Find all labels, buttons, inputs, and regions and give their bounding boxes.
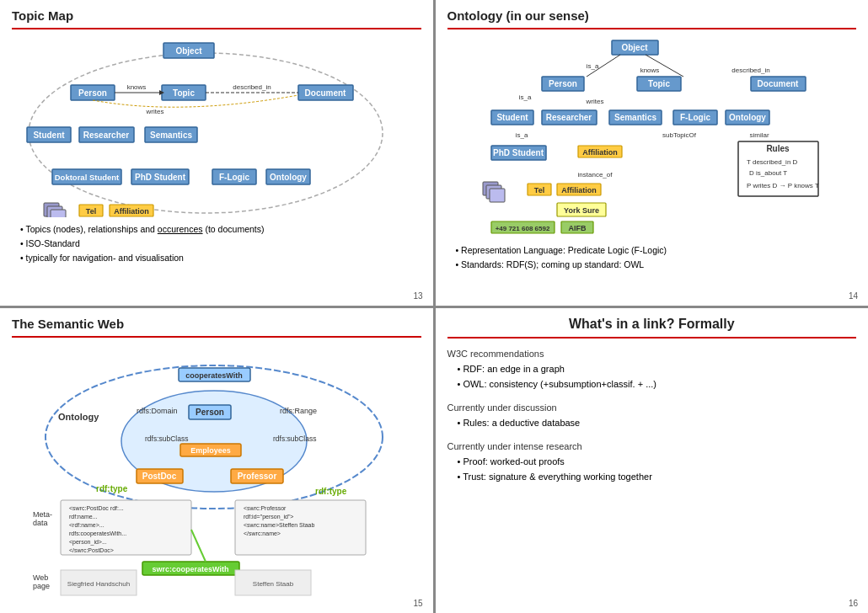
- svg-text:Document: Document: [305, 88, 347, 98]
- svg-text:PostDoc: PostDoc: [142, 472, 177, 481]
- w3c-bullet-1: RDF: an edge in a graph: [447, 361, 857, 377]
- slide-13-bullets: Topics (nodes), relationships and occure…: [12, 222, 421, 264]
- svg-text:is_a: is_a: [518, 93, 531, 101]
- svg-text:Topic: Topic: [648, 79, 670, 88]
- slide-16: What's in a link? Formally W3C recommend…: [436, 308, 869, 614]
- svg-rect-87: [490, 189, 505, 202]
- section-research: Currently under intense research Proof: …: [447, 441, 857, 485]
- section-w3c-bullets: RDF: an edge in a graph OWL: consistency…: [447, 361, 857, 392]
- svg-text:described_in: described_in: [731, 67, 769, 74]
- svg-text:T described_in D: T described_in D: [747, 158, 798, 166]
- svg-text:Web: Web: [33, 573, 48, 582]
- svg-text:is_a: is_a: [515, 131, 528, 139]
- svg-text:similar: similar: [749, 131, 769, 139]
- svg-text:+49 721 608 6592: +49 721 608 6592: [495, 225, 549, 232]
- slide-13-divider: [12, 28, 421, 29]
- svg-text:<swrc:PostDoc rdf:...: <swrc:PostDoc rdf:...: [69, 505, 124, 511]
- bullet-3: typically for navigation- and visualisat…: [12, 251, 421, 265]
- slide-grid: Topic Map Object Person Topic Document S…: [0, 0, 868, 613]
- slide-16-content: W3C recommendations RDF: an edge in a gr…: [447, 345, 857, 485]
- svg-text:<person_id>...: <person_id>...: [69, 539, 107, 546]
- svg-text:York Sure: York Sure: [564, 206, 599, 215]
- bullet-2: ISO-Standard: [12, 237, 421, 251]
- svg-text:Researcher: Researcher: [545, 113, 592, 122]
- section-discussion-bullets: Rules: a deductive database: [447, 415, 857, 431]
- svg-text:Topic: Topic: [173, 88, 195, 98]
- section-discussion-title: Currently under discussion: [447, 402, 857, 413]
- svg-text:PhD Student: PhD Student: [493, 148, 544, 157]
- section-research-bullets: Proof: worked-out proofs Trust: signatur…: [447, 454, 857, 485]
- svg-text:page: page: [33, 582, 50, 590]
- bullet-14-1: Representation Language: Predicate Logic…: [447, 243, 857, 258]
- svg-text:Professor: Professor: [238, 472, 277, 481]
- svg-text:Document: Document: [757, 79, 799, 88]
- svg-text:rdf:type: rdf:type: [315, 487, 347, 496]
- bullet-14-2: Standards: RDF(S); coming up standard: O…: [447, 258, 857, 272]
- slide-14-divider: [447, 28, 857, 29]
- section-w3c: W3C recommendations RDF: an edge in a gr…: [447, 349, 857, 392]
- svg-text:rdfs:Range: rdfs:Range: [280, 407, 317, 415]
- svg-text:knows: knows: [640, 67, 659, 74]
- svg-text:<swrc:name>Steffen Staab: <swrc:name>Steffen Staab: [244, 522, 314, 528]
- svg-text:</swrc:PostDoc>: </swrc:PostDoc>: [69, 547, 114, 553]
- slide-16-divider: [447, 337, 857, 338]
- svg-text:subTopicOf: subTopicOf: [662, 131, 696, 139]
- svg-text:swrc:cooperatesWith: swrc:cooperatesWith: [153, 565, 229, 573]
- svg-text:D is_about T: D is_about T: [749, 169, 787, 177]
- svg-text:Person: Person: [78, 88, 107, 98]
- ontology-diagram: Object is_a knows described_in Person To…: [447, 36, 835, 238]
- svg-text:Ontology: Ontology: [58, 412, 99, 422]
- svg-text:Affiliation: Affiliation: [582, 148, 618, 157]
- svg-text:data: data: [33, 519, 48, 527]
- slide-14-title: Ontology (in our sense): [447, 8, 857, 23]
- svg-text:Ontology: Ontology: [270, 173, 307, 182]
- svg-text:<swrc:Professor: <swrc:Professor: [244, 505, 287, 511]
- bullet-1: Topics (nodes), relationships and occure…: [12, 222, 421, 237]
- slide-15-divider: [12, 336, 421, 338]
- slide-16-number: 16: [849, 599, 858, 608]
- svg-text:cooperatesWith: cooperatesWith: [185, 371, 242, 380]
- svg-text:writes: writes: [146, 108, 164, 115]
- svg-text:F-Logic: F-Logic: [219, 173, 250, 182]
- svg-text:rdf:id="person_id">: rdf:id="person_id">: [244, 514, 293, 520]
- svg-text:Object: Object: [621, 43, 648, 52]
- svg-text:Object: Object: [175, 46, 202, 56]
- research-bullet-1: Proof: worked-out proofs: [447, 454, 857, 470]
- svg-text:Tel: Tel: [86, 207, 96, 216]
- svg-text:Steffen Staab: Steffen Staab: [253, 580, 294, 588]
- svg-text:rdf:type: rdf:type: [96, 484, 128, 493]
- svg-text:Person: Person: [549, 79, 577, 88]
- slide-14: Ontology (in our sense) Object is_a know…: [436, 0, 869, 306]
- slide-15-title: The Semantic Web: [12, 317, 421, 331]
- section-discussion: Currently under discussion Rules: a dedu…: [447, 402, 857, 431]
- section-w3c-title: W3C recommendations: [447, 349, 857, 359]
- slide-14-number: 14: [849, 291, 858, 301]
- svg-text:knows: knows: [127, 83, 147, 91]
- topic-map-diagram: Object Person Topic Document Student Res…: [12, 36, 399, 217]
- w3c-bullet-2: OWL: consistency (+subsumption+classif. …: [447, 376, 857, 392]
- svg-text:Ontology: Ontology: [729, 113, 766, 122]
- svg-text:Student: Student: [33, 131, 65, 140]
- svg-text:rdf:name...: rdf:name...: [69, 514, 98, 520]
- slide-13-title: Topic Map: [12, 8, 421, 23]
- svg-text:Semantics: Semantics: [613, 113, 656, 122]
- svg-text:rdfs:cooperatesWith...: rdfs:cooperatesWith...: [69, 530, 126, 537]
- svg-text:Rules: Rules: [766, 144, 790, 153]
- research-bullet-2: Trust: signature & everything working to…: [447, 469, 857, 485]
- section-research-title: Currently under intense research: [447, 441, 857, 451]
- svg-text:instance_of: instance_of: [577, 171, 613, 179]
- svg-text:described_in: described_in: [233, 83, 271, 91]
- svg-text:Doktoral Student: Doktoral Student: [55, 173, 120, 182]
- slide-15-number: 15: [413, 599, 422, 608]
- svg-text:is_a: is_a: [586, 62, 598, 70]
- svg-text:Employees: Employees: [190, 446, 231, 455]
- svg-text:Siegfried Handschuh: Siegfried Handschuh: [67, 580, 130, 588]
- svg-line-129: [191, 530, 206, 562]
- svg-text:rdfs:Domain: rdfs:Domain: [137, 407, 178, 415]
- svg-text:Researcher: Researcher: [83, 131, 130, 140]
- svg-text:PhD Student: PhD Student: [135, 173, 186, 182]
- slide-14-bullets: Representation Language: Predicate Logic…: [447, 243, 857, 272]
- svg-text:Student: Student: [496, 113, 528, 122]
- slide-13: Topic Map Object Person Topic Document S…: [0, 0, 433, 306]
- svg-text:<rdf:name>...: <rdf:name>...: [69, 522, 104, 528]
